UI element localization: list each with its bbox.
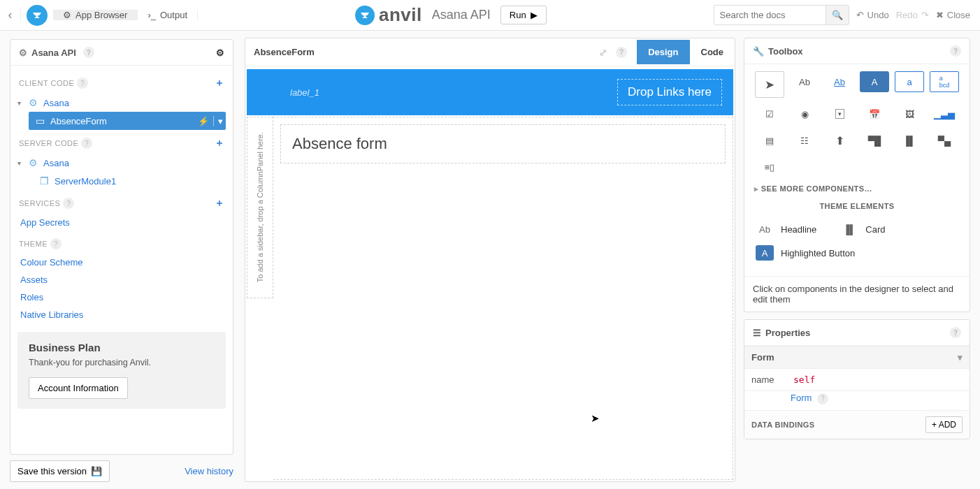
property-value[interactable]: self xyxy=(793,374,815,385)
radio-icon: ◉ xyxy=(801,109,809,119)
card-icon: ▐▌ xyxy=(840,221,858,237)
run-button[interactable]: Run ▶ xyxy=(500,6,547,24)
tool-xypanel[interactable]: ≡▯ xyxy=(755,156,784,177)
add-binding-button[interactable]: + ADD xyxy=(925,416,963,433)
back-button[interactable]: ‹ xyxy=(0,8,21,22)
theme-card[interactable]: ▐▌ Card xyxy=(839,217,886,241)
tab-code[interactable]: Code xyxy=(690,40,735,64)
data-bindings-label: DATA BINDINGS xyxy=(751,421,815,429)
anvil-logo[interactable] xyxy=(21,5,53,26)
tree-item-label: App Secrets xyxy=(20,217,70,228)
tree-item-label: Native Libraries xyxy=(20,309,83,320)
tool-plot[interactable]: ▁▃▅ xyxy=(930,103,959,124)
links-dropzone[interactable]: Drop Links here xyxy=(617,79,722,105)
redo-button[interactable]: Redo ↷ xyxy=(896,10,929,20)
help-icon[interactable]: ? xyxy=(616,47,627,58)
add-service-button[interactable]: ＋ xyxy=(215,197,225,210)
xypanel-icon: ≡▯ xyxy=(765,162,775,173)
form-content-area[interactable]: Absence form ➤ xyxy=(273,117,733,480)
help-icon[interactable]: ? xyxy=(50,238,62,249)
tree-item-asana[interactable]: ⚙ Asana xyxy=(26,94,72,112)
toolbox-hint: Click on components in the designer to s… xyxy=(744,276,970,312)
help-icon[interactable]: ? xyxy=(950,45,961,57)
tree-item-colour-scheme[interactable]: Colour Scheme xyxy=(17,254,226,271)
settings-gear-icon[interactable]: ⚙ xyxy=(216,48,224,58)
search-icon: 🔍 xyxy=(832,10,843,20)
undo-icon: ↶ xyxy=(856,10,864,20)
floppy-icon: 💾 xyxy=(91,466,102,476)
tree-item-label: ServerModule1 xyxy=(55,176,116,187)
tree-item-absenceform[interactable]: ▭ AbsenceForm ⚡ ▾ xyxy=(29,112,226,130)
property-key: name xyxy=(751,374,786,385)
card-component[interactable]: Absence form xyxy=(280,124,726,163)
properties-section-label: Form xyxy=(751,352,774,363)
form-banner[interactable]: label_1 Drop Links here xyxy=(247,69,733,115)
tool-label[interactable]: Ab xyxy=(790,71,819,92)
chevron-down-icon[interactable]: ▾ xyxy=(17,159,26,167)
account-info-button[interactable]: Account Information xyxy=(29,377,128,399)
theme-highlighted-button[interactable]: A Highlighted Button xyxy=(754,241,960,265)
tool-textbox[interactable]: a xyxy=(895,71,924,92)
chevron-down-icon[interactable]: ▾ xyxy=(213,116,223,126)
tree-item-label: Asana xyxy=(43,158,69,168)
repeating-icon: ☷ xyxy=(800,136,809,146)
tree-item-roles[interactable]: Roles xyxy=(17,289,226,306)
help-icon[interactable]: ? xyxy=(81,138,92,149)
tool-datepicker[interactable]: 📅 xyxy=(860,103,889,124)
tool-pointer[interactable]: ➤ xyxy=(755,71,784,98)
tree-item-label: Asana xyxy=(43,98,69,108)
add-server-code-button[interactable]: ＋ xyxy=(215,137,225,149)
undo-button[interactable]: ↶ Undo xyxy=(856,10,889,20)
view-history-link[interactable]: View history xyxy=(185,466,233,476)
tool-radio[interactable]: ◉ xyxy=(790,103,819,124)
flowpanel-icon: ▀▄ xyxy=(938,136,951,146)
help-icon[interactable]: ? xyxy=(950,327,961,338)
app-name: Asana API xyxy=(432,8,491,22)
help-icon[interactable]: ? xyxy=(77,78,88,89)
lightning-icon[interactable]: ⚡ xyxy=(198,116,209,126)
cube-icon: ❒ xyxy=(40,175,49,187)
help-icon[interactable]: ? xyxy=(83,47,94,58)
tool-image[interactable]: 🖼 xyxy=(895,103,924,124)
tool-fileloader[interactable]: ⬆ xyxy=(825,130,854,151)
tree-item-servermodule1[interactable]: ❒ ServerModule1 xyxy=(17,172,226,190)
module-icon: ⚙ xyxy=(29,97,38,108)
tab-design[interactable]: Design xyxy=(637,40,689,64)
tab-output[interactable]: ›_ Output xyxy=(138,10,198,20)
help-icon[interactable]: ? xyxy=(817,393,828,404)
chevron-down-icon[interactable]: ▾ xyxy=(17,99,26,107)
expand-icon[interactable]: ⤢ xyxy=(599,47,607,58)
help-icon[interactable]: ? xyxy=(63,198,74,209)
tab-app-browser[interactable]: ⚙ App Browser xyxy=(53,10,138,20)
section-server-code: SERVER CODE xyxy=(19,139,78,147)
tool-link[interactable]: Ab xyxy=(825,71,854,92)
tool-textarea[interactable]: abcd xyxy=(930,71,959,92)
close-button[interactable]: ✖ Close xyxy=(936,10,970,20)
tree-item-app-secrets[interactable]: App Secrets xyxy=(17,214,226,231)
tool-flowpanel[interactable]: ▀▄ xyxy=(930,130,959,151)
tree-item-server-asana[interactable]: ⚙ Asana xyxy=(26,154,72,172)
tool-repeating[interactable]: ☷ xyxy=(790,130,819,151)
theme-headline[interactable]: Ab Headline xyxy=(754,217,818,241)
tool-linearpanel[interactable]: ▐▌ xyxy=(895,130,924,151)
tool-checkbox[interactable]: ☑ xyxy=(755,103,784,124)
search-button[interactable]: 🔍 xyxy=(826,5,849,25)
gear-cluster-icon: ⚙ xyxy=(19,48,27,58)
tool-datagrid[interactable]: ▤ xyxy=(755,130,784,151)
properties-section-form[interactable]: Form ▾ xyxy=(744,346,970,368)
anvil-icon xyxy=(27,5,48,26)
sidebar-dropzone[interactable]: To add a sidebar, drop a ColumnPanel her… xyxy=(247,117,273,298)
tree-item-native-libraries[interactable]: Native Libraries xyxy=(17,306,226,323)
tree-item-assets[interactable]: Assets xyxy=(17,271,226,289)
plan-thanks: Thank-you for purchasing Anvil. xyxy=(29,358,215,367)
tool-button[interactable]: A xyxy=(860,71,889,92)
tool-dropdown[interactable]: ▾ xyxy=(825,103,854,124)
form-link[interactable]: Form ? xyxy=(791,393,828,404)
topbar: ‹ ⚙ App Browser ›_ Output anvil Asana AP… xyxy=(0,0,980,31)
see-more-components[interactable]: SEE MORE COMPONENTS… xyxy=(750,177,964,198)
add-client-code-button[interactable]: ＋ xyxy=(215,77,225,89)
module-icon: ⚙ xyxy=(29,157,38,168)
search-input[interactable] xyxy=(714,5,826,25)
tool-columnpanel[interactable]: ▀█ xyxy=(860,130,889,151)
save-version-button[interactable]: Save this version 💾 xyxy=(10,460,110,482)
